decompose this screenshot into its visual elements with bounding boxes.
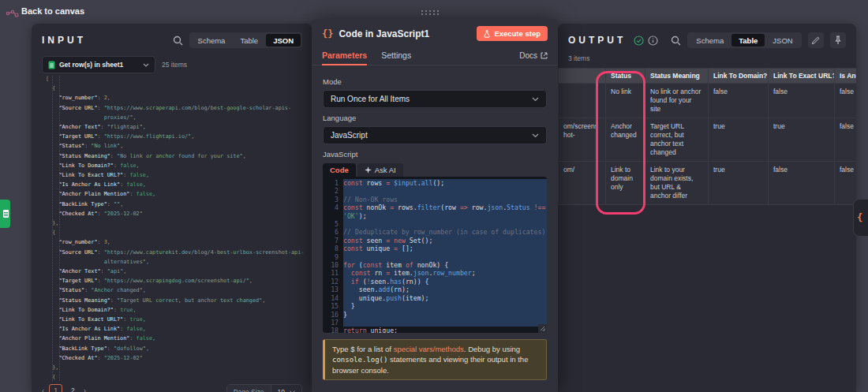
input-tab-schema[interactable]: Schema (191, 34, 233, 47)
json-line: "row_number": 3, (46, 237, 309, 247)
indent-guide (59, 76, 60, 381)
output-tab-table[interactable]: Table (731, 34, 765, 47)
json-line: "Link To Exact URL?": false, (46, 170, 309, 180)
table-cell: No link or anchor found for your site (645, 84, 709, 118)
json-line: "Link To Domain?": false, (46, 161, 309, 170)
input-source-select[interactable]: Get row(s) in sheet1 (42, 56, 155, 73)
json-line: }, (46, 363, 309, 372)
code-editor[interactable]: 1const rows = $input.all();2 3// Non-OK … (323, 177, 547, 333)
json-line: "Anchor Text": "flightapi", (46, 122, 309, 132)
json-line: "Status Meaning": "No link or anchor fou… (46, 151, 309, 161)
tab-code[interactable]: Code (323, 163, 356, 177)
table-cell: true (709, 118, 769, 162)
docs-link[interactable]: Docs (519, 51, 548, 60)
json-line: "BackLink Type": "dofollow", (46, 344, 309, 353)
input-json-view[interactable]: [ { "row_number": 2, "Source URL": "http… (42, 74, 309, 381)
column-header: Link To Exact URL? (769, 69, 835, 84)
json-line: { (46, 228, 309, 237)
input-tab-table[interactable]: Table (233, 34, 265, 47)
column-header: Link To Domain? (709, 69, 769, 84)
json-line: alternatives", (46, 257, 309, 267)
language-label: Language (323, 114, 547, 122)
table-cell: Link to your domain exists, but URL & an… (645, 162, 709, 205)
page-size-select[interactable]: Page Size 10 (226, 384, 302, 392)
language-select[interactable]: JavaScript (323, 126, 547, 144)
code-line: 11 const rn = item.json.row_number; (323, 269, 547, 277)
table-cell: Link to domain only (606, 162, 645, 205)
code-line: 13 seen.add(rn); (323, 286, 547, 293)
json-line: "Status": "Anchor changed", (46, 286, 309, 295)
code-line: 6// Deduplicate by row_number (in case o… (323, 228, 547, 236)
execute-step-button[interactable]: Execute step (477, 26, 548, 41)
input-panel-title: INPUT (42, 35, 86, 46)
modal-drag-handle[interactable] (421, 10, 439, 15)
page-1-button[interactable]: 1 (49, 384, 62, 392)
tab-parameters[interactable]: Parameters (322, 46, 367, 65)
workflow-nodes-icon (6, 8, 20, 18)
pin-data-button[interactable] (830, 32, 846, 48)
code-line: 7const seen = new Set(); (323, 237, 547, 245)
code-line: 14 unique.push(item); (323, 294, 547, 302)
mode-label: Mode (323, 77, 547, 86)
tab-ask-ai[interactable]: Ask AI (357, 163, 403, 177)
code-line: 3// Non-OK rows (323, 196, 547, 203)
code-line: 16} (323, 311, 547, 319)
back-to-canvas-button[interactable]: Back to canvas (21, 6, 84, 16)
sheets-node-edge-tab[interactable] (0, 200, 10, 228)
json-line: "Checked At": "2025-12-02" (46, 209, 309, 218)
output-tab-schema[interactable]: Schema (689, 34, 731, 47)
edit-output-button[interactable] (808, 32, 824, 48)
input-tab-json[interactable]: JSON (266, 34, 301, 47)
json-line: "Anchor Plain Mention": false, (46, 334, 309, 343)
code-line: 5 (323, 220, 547, 228)
tab-settings[interactable]: Settings (381, 46, 411, 65)
output-items-count: 3 items (558, 48, 856, 62)
code-line: 9 (323, 253, 547, 261)
sheets-icon (3, 210, 9, 218)
code-line: 4const nonOk = rows.filter(row => row.js… (323, 203, 547, 211)
input-panel: INPUT Schema Table JSON Get row(s) in sh… (32, 24, 312, 392)
json-line: "Status Meaning": "Target URL correct, b… (46, 296, 309, 305)
json-line: { (46, 84, 309, 93)
table-cell: false (835, 118, 857, 162)
table-cell: om/screenshot- (559, 118, 606, 162)
info-icon[interactable] (648, 35, 658, 46)
output-search-icon[interactable] (671, 35, 681, 46)
input-items-count: 25 items (162, 61, 187, 69)
output-tab-json[interactable]: JSON (765, 34, 799, 47)
code-node-icon: {} (322, 28, 333, 39)
page-2-button[interactable]: 2 (67, 385, 79, 392)
json-line: "Link To Domain?": true, (46, 305, 309, 315)
json-line: "Anchor Plain Mention": false, (46, 189, 309, 199)
column-header: Status Meaning (645, 69, 709, 84)
table-cell: false (769, 162, 835, 205)
flask-icon (484, 30, 490, 38)
code-line: 1const rows = $input.all(); (323, 179, 547, 187)
modal-title: Code in JavaScript1 (339, 28, 429, 39)
editor-resize-handle[interactable] (538, 324, 547, 333)
table-cell: Anchor changed (606, 118, 645, 162)
table-row: om/screenshot-Anchor changedTarget URL c… (559, 118, 857, 162)
json-line: "row_number": 2, (46, 93, 309, 103)
code-node-modal: {} Code in JavaScript1 Execute step Para… (312, 19, 558, 392)
json-line: "Is Anchor As Link": false, (46, 180, 309, 189)
column-header: Is Anchor (835, 69, 857, 84)
output-table: StatusStatus MeaningLink To Domain?Link … (558, 68, 856, 205)
table-cell: true (709, 162, 769, 205)
page-prev-icon[interactable]: ‹ (42, 386, 44, 392)
page-size-value: 10 (278, 388, 285, 392)
mode-select[interactable]: Run Once for All Items (323, 90, 547, 108)
code-line: 15 } (323, 302, 547, 310)
code-node-edge-tab[interactable]: { (853, 199, 868, 237)
json-line: "Target URL": "https://www.flightapi.io/… (46, 132, 309, 141)
table-cell: false (835, 84, 857, 118)
code-line: 12 if (!seen.has(rn)) { (323, 278, 547, 286)
page-next-icon[interactable]: › (84, 386, 86, 392)
json-line: "Source URL": "https://www.capturekit.de… (46, 248, 309, 257)
json-line: "Target URL": "https://www.scrapingdog.c… (46, 276, 309, 286)
json-line: "Checked At": "2025-12-02" (46, 353, 309, 363)
column-header (559, 69, 606, 84)
special-vars-link[interactable]: special vars/methods (394, 345, 464, 353)
page-size-label: Page Size (227, 385, 271, 392)
input-search-icon[interactable] (173, 35, 183, 46)
